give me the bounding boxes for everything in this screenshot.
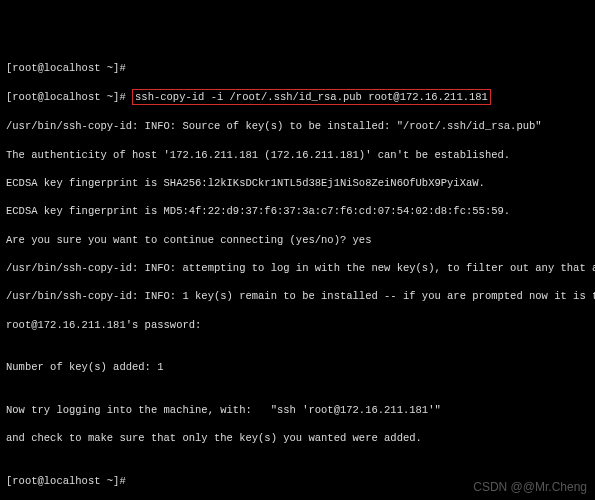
terminal-line: /usr/bin/ssh-copy-id: INFO: 1 key(s) rem…: [6, 289, 589, 303]
terminal-line: and check to make sure that only the key…: [6, 431, 589, 445]
terminal-line: root@172.16.211.181's password:: [6, 318, 589, 332]
terminal-line: Now try logging into the machine, with: …: [6, 403, 589, 417]
command-highlight: ssh-copy-id -i /root/.ssh/id_rsa.pub roo…: [132, 89, 491, 105]
terminal-line: [root@localhost ~]# ssh-copy-id -i /root…: [6, 89, 589, 105]
terminal-line: /usr/bin/ssh-copy-id: INFO: Source of ke…: [6, 119, 589, 133]
terminal-line: Are you sure you want to continue connec…: [6, 233, 589, 247]
terminal-line: Number of key(s) added: 1: [6, 360, 589, 374]
terminal-line: /usr/bin/ssh-copy-id: INFO: attempting t…: [6, 261, 589, 275]
terminal-line: ECDSA key fingerprint is SHA256:l2kIKsDC…: [6, 176, 589, 190]
prompt: [root@localhost ~]#: [6, 91, 132, 103]
watermark: CSDN @@Mr.Cheng: [473, 479, 587, 495]
terminal-line: [root@localhost ~]#: [6, 61, 589, 75]
terminal-line: The authenticity of host '172.16.211.181…: [6, 148, 589, 162]
terminal-line: ECDSA key fingerprint is MD5:4f:22:d9:37…: [6, 204, 589, 218]
